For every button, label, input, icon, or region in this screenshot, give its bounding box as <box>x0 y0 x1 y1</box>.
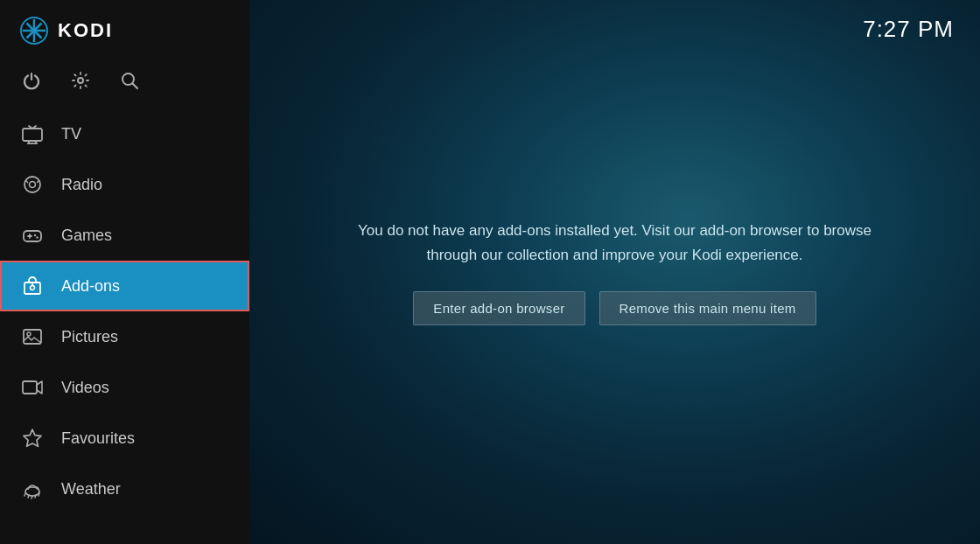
svg-line-32 <box>24 493 25 496</box>
nav-label-weather: Weather <box>61 480 121 499</box>
nav-label-tv: TV <box>61 125 81 143</box>
nav-item-favourites[interactable]: Favourites <box>0 413 249 464</box>
svg-point-16 <box>30 182 36 188</box>
sidebar-header: KODI <box>0 0 249 61</box>
svg-point-6 <box>78 78 83 83</box>
nav-label-favourites: Favourites <box>61 429 135 448</box>
main-message: You do not have any add-ons installed ye… <box>335 219 895 266</box>
search-icon[interactable] <box>117 68 142 93</box>
svg-point-22 <box>34 234 36 236</box>
addons-icon <box>19 273 46 299</box>
action-buttons: Enter add-on browser Remove this main me… <box>413 291 816 325</box>
clock: 7:27 PM <box>863 16 954 43</box>
svg-point-15 <box>24 177 40 192</box>
enter-addon-browser-button[interactable]: Enter add-on browser <box>413 291 584 325</box>
kodi-logo-icon <box>19 16 49 45</box>
app-title: KODI <box>58 19 113 42</box>
weather-icon <box>19 476 46 502</box>
remove-menu-item-button[interactable]: Remove this main menu item <box>599 291 816 325</box>
nav-item-games[interactable]: Games <box>0 210 249 261</box>
center-content: You do not have any add-ons installed ye… <box>249 0 980 544</box>
app-container: KODI <box>0 0 980 544</box>
svg-line-8 <box>133 84 138 89</box>
svg-line-34 <box>32 496 32 499</box>
nav-item-weather[interactable]: Weather <box>0 464 249 514</box>
svg-point-25 <box>31 286 35 290</box>
nav-item-pictures[interactable]: Pictures <box>0 311 249 362</box>
svg-rect-29 <box>23 381 37 394</box>
main-nav: TV Radio <box>0 108 249 514</box>
nav-label-videos: Videos <box>61 379 109 397</box>
videos-icon <box>19 374 46 401</box>
main-content: 7:27 PM You do not have any add-ons inst… <box>249 0 980 544</box>
nav-item-radio[interactable]: Radio <box>0 159 249 210</box>
svg-rect-19 <box>24 231 41 241</box>
pictures-icon <box>19 324 46 350</box>
nav-label-addons: Add-ons <box>61 277 120 296</box>
nav-item-videos[interactable]: Videos <box>0 362 249 413</box>
nav-item-tv[interactable]: TV <box>0 108 249 159</box>
svg-point-23 <box>36 236 38 238</box>
sidebar-toolbar <box>0 61 249 108</box>
tv-icon <box>19 121 46 147</box>
games-icon <box>19 222 46 248</box>
power-icon[interactable] <box>19 68 44 93</box>
nav-label-pictures: Pictures <box>61 328 118 346</box>
settings-icon[interactable] <box>68 68 93 93</box>
svg-rect-9 <box>23 129 42 141</box>
svg-point-5 <box>32 28 37 33</box>
nav-label-radio: Radio <box>61 176 102 194</box>
radio-icon <box>19 171 46 198</box>
svg-point-28 <box>27 332 31 336</box>
svg-line-33 <box>28 495 29 498</box>
nav-item-addons[interactable]: Add-ons <box>0 261 249 311</box>
svg-line-36 <box>38 493 39 496</box>
favourites-icon <box>19 425 46 451</box>
sidebar: KODI <box>0 0 249 544</box>
svg-line-35 <box>35 495 36 498</box>
nav-label-games: Games <box>61 227 112 245</box>
svg-marker-30 <box>24 429 41 446</box>
